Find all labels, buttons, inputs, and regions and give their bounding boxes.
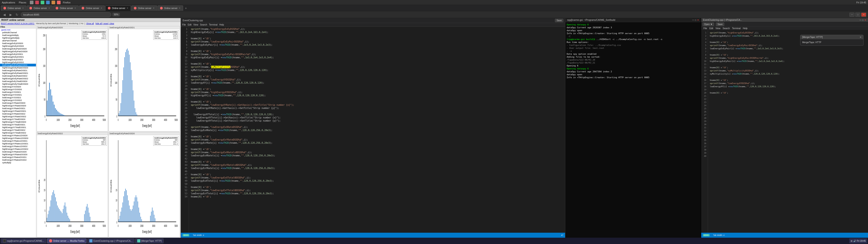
- second-menu-terminal[interactable]: Terminal: [731, 27, 742, 30]
- back-button[interactable]: ◀: [2, 13, 7, 17]
- minimize-button[interactable]: ─: [849, 13, 855, 17]
- tab-close-4[interactable]: ✕: [101, 7, 102, 9]
- taskbar-item-terminal[interactable]: rpg@carme-gsi:/Programs/CARME...: [1, 238, 46, 243]
- second-editor-minimize[interactable]: ─: [860, 19, 861, 21]
- sidebar-item-lowxy3[interactable]: lowEnergyXYDS5D2: [0, 96, 36, 99]
- menu-view[interactable]: View: [193, 24, 198, 26]
- new-tab-button[interactable]: +: [184, 6, 188, 10]
- sidebar-item-lowrate1[interactable]: lowEnergyExEyRateDS5D0: [0, 64, 36, 66]
- sidebar-item-lowrates1-1[interactable]: lowEnergyXYRates1DS5D0: [0, 134, 36, 137]
- sidebar-item-highxyrate3[interactable]: highEnergyXYRateDS5D2: [0, 115, 36, 118]
- sidebar-item-hightotal1[interactable]: highEnergyExEyTotalDS5D0: [0, 83, 36, 85]
- sidebar-item-highed3[interactable]: highEnergyExEyDS5D2: [0, 61, 36, 64]
- save-button[interactable]: Save: [555, 19, 563, 22]
- sidebar-item-lowxy1[interactable]: lowEnergyXYDS5D0: [0, 85, 36, 88]
- second-editor-maximize[interactable]: □: [862, 19, 864, 21]
- sidebar-item-xymultiply[interactable]: xyMultiply: [0, 161, 36, 164]
- browser-tab-1[interactable]: Online server ✕: [1, 5, 26, 11]
- browser-tab-6[interactable]: Online server ✕: [131, 5, 157, 11]
- tab-close-6[interactable]: ✕: [153, 7, 155, 9]
- taskbar-item-editor[interactable]: EventClustering.cpp (~/Programs/CA...: [87, 238, 134, 243]
- second-menu-edit[interactable]: Edit: [708, 27, 714, 30]
- menu-edit[interactable]: Edit: [188, 24, 191, 26]
- browser-tab-4[interactable]: Online server ✕: [79, 5, 105, 11]
- sidebar-item-highxy2[interactable]: highEnergyXYDS5D1: [0, 94, 36, 96]
- sidebar-item-lowtotal1[interactable]: lowEnergyExEyTotalDS5D0: [0, 80, 36, 83]
- code-content[interactable]: sprintf(hname, "highEnergyExEyDS5D%d",i)…: [189, 27, 565, 233]
- sidebar-item-highenergy-multi[interactable]: highEnergyMultiply: [0, 37, 36, 39]
- sidebar-item-lowenergy-multi[interactable]: lowEnergyMultiply: [0, 34, 36, 37]
- sidebar-item-lowrate2[interactable]: lowEnergyExEyRateDS5D1: [0, 69, 36, 72]
- app-icon-4[interactable]: [46, 1, 50, 4]
- term-close[interactable]: ✕: [697, 19, 699, 21]
- merge-dialog-close[interactable]: ✕: [860, 36, 862, 38]
- sidebar-item-lowxytotal2[interactable]: lowEnergyXYTotalDS5D1: [0, 123, 36, 126]
- sidebar-item-lowratessd0[interactable]: lowEnergyXYRatesDSSD0: [0, 150, 36, 153]
- tab-close-7[interactable]: ✕: [179, 7, 181, 9]
- tab-close-2[interactable]: ✕: [49, 7, 50, 9]
- terminal-content[interactable]: Opening dataspy 6 dataSpy Current age 29…: [565, 22, 701, 238]
- close-button[interactable]: ✕: [861, 13, 866, 17]
- sidebar-item-highed1[interactable]: highEnergyExEyDS5D0: [0, 45, 36, 48]
- sidebar-item-highedpair1[interactable]: highEnergyExEyPairDS5D0: [0, 50, 36, 53]
- browser-tab-2[interactable]: Online server ✕: [27, 5, 53, 11]
- second-save-btn[interactable]: Save: [716, 23, 724, 26]
- term-minimize[interactable]: ─: [692, 19, 694, 21]
- second-open-btn[interactable]: Open ▼: [703, 23, 714, 26]
- sidebar-item-lowxy2[interactable]: lowEnergyXYDS5D1: [0, 91, 36, 94]
- term-maximize[interactable]: □: [695, 19, 696, 21]
- sidebar-item-highrate1[interactable]: highEnergyExEyRateDS5D0: [0, 66, 36, 69]
- root-hide-label[interactable]: hide all | reset | clear: [95, 22, 114, 25]
- sidebar-item-lowxyrate1[interactable]: lowEnergyXYRateDS5D0: [0, 102, 36, 104]
- sidebar-item-lowrates1-2[interactable]: lowEnergyXYRates1DS5D1: [0, 140, 36, 142]
- menu-help[interactable]: Help: [219, 24, 224, 26]
- sidebar-item-lowedpair1[interactable]: lowEnergyExEyPairDS5D0: [0, 48, 36, 50]
- sidebar-item-highxytotal3[interactable]: highEnergyXYTotalDS5D2: [0, 131, 36, 134]
- sidebar-item-highrates1-2[interactable]: highEnergyXYRates1DS5D1: [0, 142, 36, 145]
- sidebar-item-highed2[interactable]: highEnergyExEyDS5D1: [0, 56, 36, 58]
- sidebar-item-guestroot[interactable]: guest.root: [0, 28, 36, 31]
- url-input[interactable]: [21, 12, 111, 17]
- browser-tab-3[interactable]: Online server ✕: [53, 5, 79, 11]
- sidebar-item-highxytotal1[interactable]: highEnergyXYTotalDS5D0: [0, 121, 36, 123]
- browser-tab-5[interactable]: Online server ✕: [105, 5, 131, 11]
- second-menu-help[interactable]: Help: [742, 27, 748, 30]
- reload-button[interactable]: ↻: [14, 13, 20, 17]
- tab-close-3[interactable]: ✕: [74, 7, 76, 9]
- sidebar-item-lowratessd1[interactable]: lowEnergyXYRatesDSSD1: [0, 156, 36, 159]
- sidebar-item-lowed1[interactable]: lowEnergyExEyDS5D0: [0, 42, 36, 45]
- sidebar-item-lowed3[interactable]: lowEnergyExEyDS5D2: [0, 58, 36, 61]
- sidebar-item-highratessd0[interactable]: highEnergyXYRatesDSSD0: [0, 153, 36, 156]
- sidebar-item-highrate2[interactable]: highEnergyExEyRateDS5D1: [0, 72, 36, 74]
- menu-terminal[interactable]: Terminal: [209, 24, 218, 26]
- menu-file[interactable]: File: [182, 24, 186, 26]
- second-editor-text[interactable]: sprintf(hname, "highEnergyExEyDS5D%d",i)…: [708, 30, 868, 233]
- root-show-all[interactable]: Show all: [86, 22, 94, 25]
- sidebar-item-lowxyrate3[interactable]: lowEnergyXYRateDS5D2: [0, 113, 36, 115]
- firefox-icon[interactable]: [57, 1, 61, 4]
- app-icon-2[interactable]: [35, 1, 39, 4]
- sidebar-item-highrates1-3[interactable]: highEnergyXYRates1DS5D2: [0, 148, 36, 150]
- app-icon-5[interactable]: [52, 1, 55, 4]
- menu-search[interactable]: Search: [200, 24, 207, 26]
- taskbar-item-merge[interactable]: [MergerTape: HTTP]: [135, 238, 164, 243]
- sidebar-item-highxyrate1[interactable]: highEnergyXYRateDS5D0: [0, 104, 36, 107]
- sidebar-item-highrates1-1[interactable]: highEnergyXYRates1DS5D0: [0, 137, 36, 140]
- places-menu[interactable]: Places: [19, 1, 26, 4]
- sidebar-item-polmulti[interactable]: polMultiChannel: [0, 31, 36, 34]
- second-menu-search[interactable]: Search: [722, 27, 731, 30]
- sidebar-item-lowratessd2[interactable]: lowEnergyXYRatesDSSD2: [0, 159, 36, 161]
- app-icon-1[interactable]: [30, 1, 33, 4]
- second-editor-close[interactable]: ✕: [864, 19, 866, 21]
- sidebar-item-lowxytotal3[interactable]: lowEnergyXYTotalDS5D2: [0, 129, 36, 131]
- tab-close-1[interactable]: ✕: [22, 7, 24, 9]
- taskbar-item-firefox[interactable]: Online server — Mozilla Firefox: [47, 238, 87, 243]
- tab-close-5[interactable]: ✕: [127, 7, 128, 9]
- applications-menu[interactable]: Applications: [2, 1, 15, 4]
- sidebar-item-highxyrate2[interactable]: highEnergyXYRateDS5D1: [0, 110, 36, 113]
- sidebar-item-highxy3[interactable]: highEnergyXYDS5D2: [0, 99, 36, 102]
- app-icon-3[interactable]: [41, 1, 44, 4]
- sidebar-item-lowrates1-3[interactable]: lowEnergyXYRates1DS5D2: [0, 145, 36, 148]
- forward-button[interactable]: ▶: [8, 13, 13, 17]
- browser-tab-7[interactable]: Online server ✕: [158, 5, 183, 11]
